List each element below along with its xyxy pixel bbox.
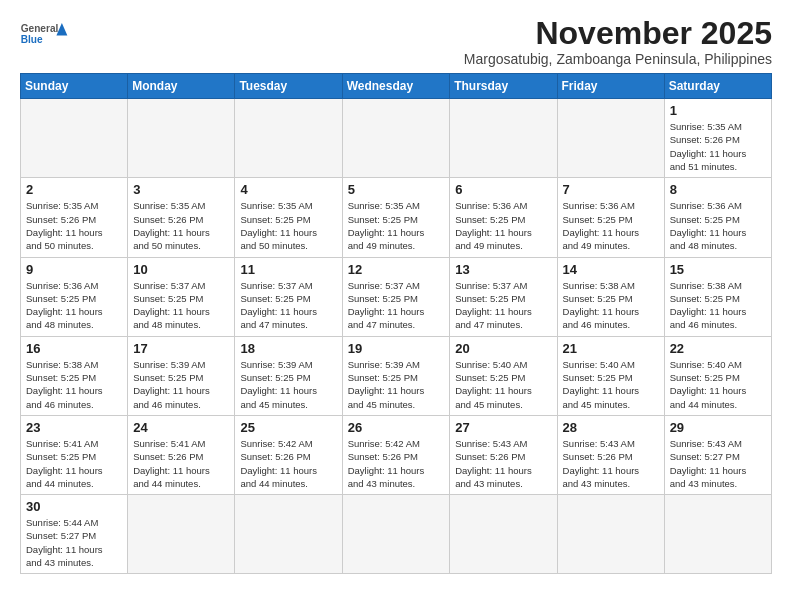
- day-number: 1: [670, 103, 766, 118]
- day-number: 29: [670, 420, 766, 435]
- day-number: 26: [348, 420, 445, 435]
- day-cell: 19Sunrise: 5:39 AMSunset: 5:25 PMDayligh…: [342, 336, 450, 415]
- week-row-5: 23Sunrise: 5:41 AMSunset: 5:25 PMDayligh…: [21, 415, 772, 494]
- header-cell-monday: Monday: [128, 74, 235, 99]
- header-cell-saturday: Saturday: [664, 74, 771, 99]
- day-info: Sunrise: 5:35 AMSunset: 5:26 PMDaylight:…: [133, 199, 229, 252]
- week-row-6: 30Sunrise: 5:44 AMSunset: 5:27 PMDayligh…: [21, 495, 772, 574]
- day-info: Sunrise: 5:37 AMSunset: 5:25 PMDaylight:…: [348, 279, 445, 332]
- day-info: Sunrise: 5:37 AMSunset: 5:25 PMDaylight:…: [240, 279, 336, 332]
- logo: General Blue: [20, 16, 68, 50]
- day-info: Sunrise: 5:44 AMSunset: 5:27 PMDaylight:…: [26, 516, 122, 569]
- week-row-3: 9Sunrise: 5:36 AMSunset: 5:25 PMDaylight…: [21, 257, 772, 336]
- day-number: 23: [26, 420, 122, 435]
- day-cell: [21, 99, 128, 178]
- day-info: Sunrise: 5:43 AMSunset: 5:26 PMDaylight:…: [455, 437, 551, 490]
- day-number: 14: [563, 262, 659, 277]
- day-number: 17: [133, 341, 229, 356]
- day-info: Sunrise: 5:40 AMSunset: 5:25 PMDaylight:…: [563, 358, 659, 411]
- day-cell: 20Sunrise: 5:40 AMSunset: 5:25 PMDayligh…: [450, 336, 557, 415]
- day-cell: [235, 99, 342, 178]
- day-cell: 28Sunrise: 5:43 AMSunset: 5:26 PMDayligh…: [557, 415, 664, 494]
- header-cell-wednesday: Wednesday: [342, 74, 450, 99]
- title-area: November 2025 Margosatubig, Zamboanga Pe…: [464, 16, 772, 67]
- day-number: 4: [240, 182, 336, 197]
- header-row: SundayMondayTuesdayWednesdayThursdayFrid…: [21, 74, 772, 99]
- day-info: Sunrise: 5:36 AMSunset: 5:25 PMDaylight:…: [563, 199, 659, 252]
- day-number: 7: [563, 182, 659, 197]
- day-cell: 21Sunrise: 5:40 AMSunset: 5:25 PMDayligh…: [557, 336, 664, 415]
- day-number: 28: [563, 420, 659, 435]
- day-info: Sunrise: 5:36 AMSunset: 5:25 PMDaylight:…: [670, 199, 766, 252]
- day-info: Sunrise: 5:43 AMSunset: 5:26 PMDaylight:…: [563, 437, 659, 490]
- day-cell: 9Sunrise: 5:36 AMSunset: 5:25 PMDaylight…: [21, 257, 128, 336]
- day-number: 15: [670, 262, 766, 277]
- day-cell: 13Sunrise: 5:37 AMSunset: 5:25 PMDayligh…: [450, 257, 557, 336]
- day-cell: 1Sunrise: 5:35 AMSunset: 5:26 PMDaylight…: [664, 99, 771, 178]
- day-info: Sunrise: 5:41 AMSunset: 5:26 PMDaylight:…: [133, 437, 229, 490]
- day-info: Sunrise: 5:39 AMSunset: 5:25 PMDaylight:…: [348, 358, 445, 411]
- day-info: Sunrise: 5:41 AMSunset: 5:25 PMDaylight:…: [26, 437, 122, 490]
- day-cell: 15Sunrise: 5:38 AMSunset: 5:25 PMDayligh…: [664, 257, 771, 336]
- svg-text:Blue: Blue: [21, 34, 43, 45]
- day-cell: 4Sunrise: 5:35 AMSunset: 5:25 PMDaylight…: [235, 178, 342, 257]
- day-cell: 17Sunrise: 5:39 AMSunset: 5:25 PMDayligh…: [128, 336, 235, 415]
- calendar-table: SundayMondayTuesdayWednesdayThursdayFrid…: [20, 73, 772, 574]
- day-number: 19: [348, 341, 445, 356]
- day-number: 22: [670, 341, 766, 356]
- day-number: 30: [26, 499, 122, 514]
- day-cell: [342, 99, 450, 178]
- day-cell: 2Sunrise: 5:35 AMSunset: 5:26 PMDaylight…: [21, 178, 128, 257]
- day-info: Sunrise: 5:38 AMSunset: 5:25 PMDaylight:…: [670, 279, 766, 332]
- day-cell: [664, 495, 771, 574]
- day-number: 11: [240, 262, 336, 277]
- header-cell-tuesday: Tuesday: [235, 74, 342, 99]
- day-number: 24: [133, 420, 229, 435]
- week-row-4: 16Sunrise: 5:38 AMSunset: 5:25 PMDayligh…: [21, 336, 772, 415]
- day-cell: [128, 99, 235, 178]
- day-cell: [342, 495, 450, 574]
- day-info: Sunrise: 5:38 AMSunset: 5:25 PMDaylight:…: [26, 358, 122, 411]
- header-cell-friday: Friday: [557, 74, 664, 99]
- day-number: 5: [348, 182, 445, 197]
- day-cell: 6Sunrise: 5:36 AMSunset: 5:25 PMDaylight…: [450, 178, 557, 257]
- day-number: 10: [133, 262, 229, 277]
- day-number: 18: [240, 341, 336, 356]
- svg-text:General: General: [21, 23, 59, 34]
- day-info: Sunrise: 5:37 AMSunset: 5:25 PMDaylight:…: [455, 279, 551, 332]
- day-number: 3: [133, 182, 229, 197]
- day-cell: 5Sunrise: 5:35 AMSunset: 5:25 PMDaylight…: [342, 178, 450, 257]
- day-cell: 8Sunrise: 5:36 AMSunset: 5:25 PMDaylight…: [664, 178, 771, 257]
- week-row-1: 1Sunrise: 5:35 AMSunset: 5:26 PMDaylight…: [21, 99, 772, 178]
- day-cell: 25Sunrise: 5:42 AMSunset: 5:26 PMDayligh…: [235, 415, 342, 494]
- day-cell: 3Sunrise: 5:35 AMSunset: 5:26 PMDaylight…: [128, 178, 235, 257]
- day-number: 20: [455, 341, 551, 356]
- day-cell: 14Sunrise: 5:38 AMSunset: 5:25 PMDayligh…: [557, 257, 664, 336]
- month-title: November 2025: [464, 16, 772, 51]
- day-info: Sunrise: 5:39 AMSunset: 5:25 PMDaylight:…: [133, 358, 229, 411]
- header-cell-thursday: Thursday: [450, 74, 557, 99]
- day-info: Sunrise: 5:42 AMSunset: 5:26 PMDaylight:…: [348, 437, 445, 490]
- day-cell: 30Sunrise: 5:44 AMSunset: 5:27 PMDayligh…: [21, 495, 128, 574]
- day-cell: [450, 495, 557, 574]
- header-cell-sunday: Sunday: [21, 74, 128, 99]
- day-cell: [128, 495, 235, 574]
- day-info: Sunrise: 5:43 AMSunset: 5:27 PMDaylight:…: [670, 437, 766, 490]
- day-number: 8: [670, 182, 766, 197]
- logo-icon: General Blue: [20, 20, 68, 48]
- day-cell: 24Sunrise: 5:41 AMSunset: 5:26 PMDayligh…: [128, 415, 235, 494]
- day-info: Sunrise: 5:35 AMSunset: 5:26 PMDaylight:…: [670, 120, 766, 173]
- day-info: Sunrise: 5:35 AMSunset: 5:25 PMDaylight:…: [240, 199, 336, 252]
- day-number: 12: [348, 262, 445, 277]
- day-info: Sunrise: 5:35 AMSunset: 5:25 PMDaylight:…: [348, 199, 445, 252]
- day-number: 25: [240, 420, 336, 435]
- day-cell: 26Sunrise: 5:42 AMSunset: 5:26 PMDayligh…: [342, 415, 450, 494]
- week-row-2: 2Sunrise: 5:35 AMSunset: 5:26 PMDaylight…: [21, 178, 772, 257]
- day-cell: 7Sunrise: 5:36 AMSunset: 5:25 PMDaylight…: [557, 178, 664, 257]
- day-cell: [450, 99, 557, 178]
- day-cell: [557, 495, 664, 574]
- day-cell: 12Sunrise: 5:37 AMSunset: 5:25 PMDayligh…: [342, 257, 450, 336]
- day-info: Sunrise: 5:40 AMSunset: 5:25 PMDaylight:…: [455, 358, 551, 411]
- subtitle: Margosatubig, Zamboanga Peninsula, Phili…: [464, 51, 772, 67]
- day-info: Sunrise: 5:40 AMSunset: 5:25 PMDaylight:…: [670, 358, 766, 411]
